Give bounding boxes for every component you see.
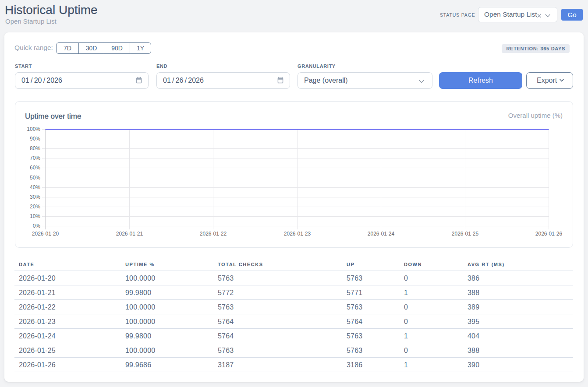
svg-text:80%: 80% xyxy=(30,145,40,151)
svg-text:40%: 40% xyxy=(30,184,40,190)
svg-text:30%: 30% xyxy=(30,194,40,200)
svg-text:2026-01-26: 2026-01-26 xyxy=(535,231,563,237)
svg-text:2026-01-25: 2026-01-25 xyxy=(452,231,479,237)
svg-text:2026-01-24: 2026-01-24 xyxy=(368,231,395,237)
svg-text:0%: 0% xyxy=(33,223,41,229)
svg-text:2026-01-21: 2026-01-21 xyxy=(116,231,143,237)
svg-text:90%: 90% xyxy=(30,136,40,142)
svg-text:10%: 10% xyxy=(30,213,40,219)
svg-text:60%: 60% xyxy=(30,165,40,171)
svg-text:2026-01-20: 2026-01-20 xyxy=(32,231,59,237)
svg-text:50%: 50% xyxy=(30,175,40,181)
svg-text:2026-01-22: 2026-01-22 xyxy=(200,231,227,237)
svg-text:20%: 20% xyxy=(30,204,40,210)
svg-text:70%: 70% xyxy=(30,155,40,161)
svg-text:100%: 100% xyxy=(27,126,40,132)
svg-text:2026-01-23: 2026-01-23 xyxy=(284,231,311,237)
